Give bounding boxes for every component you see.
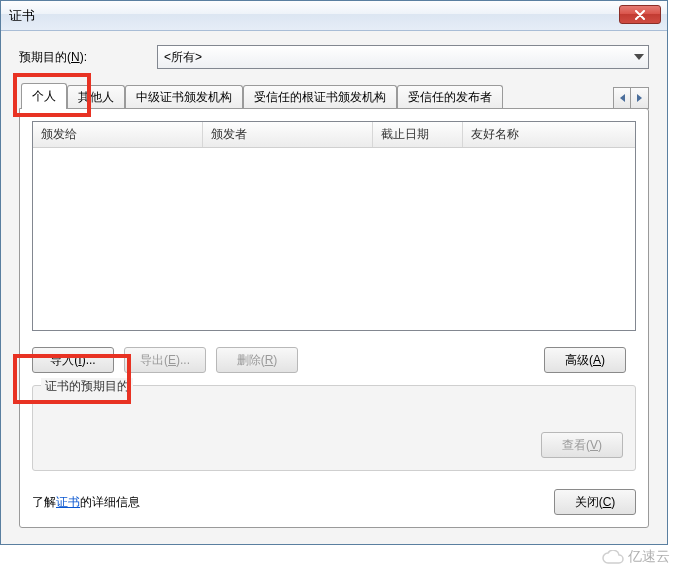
tabstrip: 个人 其他人 中级证书颁发机构 受信任的根证书颁发机构 受信任的发布者	[19, 83, 649, 109]
tab-intermediate-ca[interactable]: 中级证书颁发机构	[125, 85, 243, 109]
close-button[interactable]: 关闭(C)	[554, 489, 636, 515]
watermark: 亿速云	[602, 548, 670, 566]
learn-more-link[interactable]: 证书	[56, 495, 80, 509]
tab-trusted-root-ca[interactable]: 受信任的根证书颁发机构	[243, 85, 397, 109]
intended-purpose-groupbox: 证书的预期目的 查看(V)	[32, 385, 636, 471]
footer-text: 了解证书的详细信息	[32, 494, 140, 511]
column-issued-by[interactable]: 颁发者	[203, 122, 373, 147]
tab-trusted-publishers[interactable]: 受信任的发布者	[397, 85, 503, 109]
tabs-container: 个人 其他人 中级证书颁发机构 受信任的根证书颁发机构 受信任的发布者 颁发给 …	[19, 83, 649, 528]
tab-other-people[interactable]: 其他人	[67, 85, 125, 109]
titlebar: 证书	[1, 1, 667, 31]
tab-personal[interactable]: 个人	[21, 83, 67, 109]
tab-scroll-controls	[613, 87, 649, 109]
arrow-left-icon	[620, 94, 625, 102]
import-button[interactable]: 导入(I)...	[32, 347, 114, 373]
client-area: 预期目的(N): <所有> 个人 其他人 中级证书颁发机构 受信任的根证书颁发机…	[1, 31, 667, 544]
cloud-icon	[602, 550, 624, 564]
column-issued-to[interactable]: 颁发给	[33, 122, 203, 147]
tab-scroll-right-button[interactable]	[631, 87, 649, 109]
tab-panel: 颁发给 颁发者 截止日期 友好名称 导入(I)... 导出(E)... 删除(R…	[19, 108, 649, 528]
intended-purpose-select[interactable]: <所有>	[157, 45, 649, 69]
footer-row: 了解证书的详细信息 关闭(C)	[32, 489, 636, 515]
groupbox-inner: 查看(V)	[45, 400, 623, 458]
export-button: 导出(E)...	[124, 347, 206, 373]
intended-purpose-label: 预期目的(N):	[19, 49, 157, 66]
action-button-row: 导入(I)... 导出(E)... 删除(R) 高级(A)	[32, 347, 636, 373]
advanced-button[interactable]: 高级(A)	[544, 347, 626, 373]
column-friendly-name[interactable]: 友好名称	[463, 122, 635, 147]
close-icon	[634, 10, 646, 20]
remove-button: 删除(R)	[216, 347, 298, 373]
list-header: 颁发给 颁发者 截止日期 友好名称	[33, 122, 635, 148]
intended-purpose-row: 预期目的(N): <所有>	[19, 45, 649, 69]
certificates-window: 证书 预期目的(N): <所有> 个人 其他人 中级证书颁发机构 受信任的根证书…	[0, 0, 668, 545]
chevron-down-icon	[634, 54, 644, 60]
view-button: 查看(V)	[541, 432, 623, 458]
window-title: 证书	[9, 7, 35, 25]
arrow-right-icon	[637, 94, 642, 102]
groupbox-legend: 证书的预期目的	[41, 378, 133, 395]
tab-scroll-left-button[interactable]	[613, 87, 631, 109]
close-window-button[interactable]	[619, 5, 661, 24]
intended-purpose-value: <所有>	[164, 49, 202, 66]
certificate-list[interactable]: 颁发给 颁发者 截止日期 友好名称	[32, 121, 636, 331]
column-expiration[interactable]: 截止日期	[373, 122, 463, 147]
